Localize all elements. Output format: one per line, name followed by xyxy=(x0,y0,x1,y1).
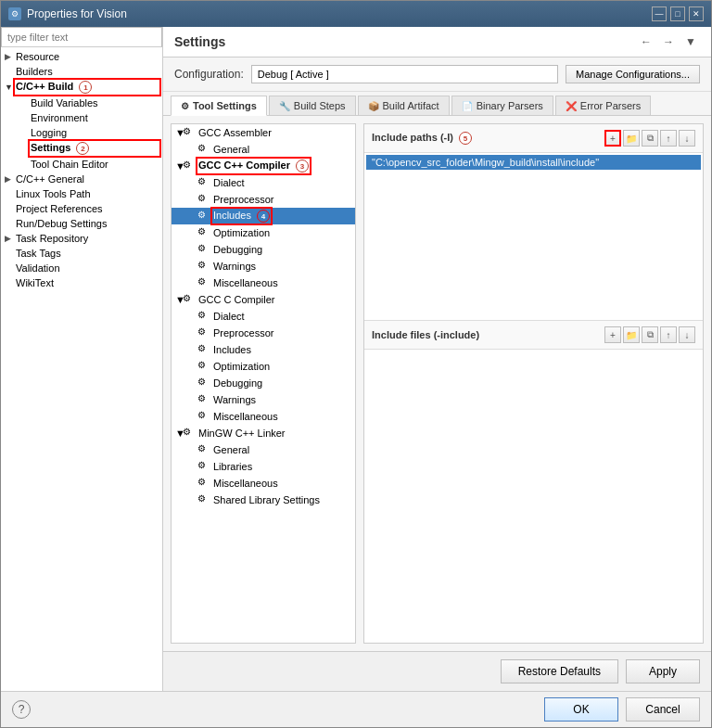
expand-indicator xyxy=(190,394,197,405)
settings-tree-misc[interactable]: ⚙ Miscellaneous xyxy=(172,275,355,291)
settings-tree-c-dialect[interactable]: ⚙ Dialect xyxy=(172,308,355,325)
dropdown-button[interactable]: ▼ xyxy=(681,32,700,51)
settings-tree-optimization[interactable]: ⚙ Optimization xyxy=(172,224,355,241)
manage-configs-button[interactable]: Manage Configurations... xyxy=(566,65,700,83)
settings-tree-c-optimization[interactable]: ⚙ Optimization xyxy=(172,358,355,375)
config-label: Configuration: xyxy=(174,68,244,81)
back-button[interactable]: ← xyxy=(637,32,655,51)
sidebar-item-logging[interactable]: Logging xyxy=(1,125,162,140)
cancel-button[interactable]: Cancel xyxy=(626,697,700,722)
settings-tree-libraries[interactable]: ⚙ Libraries xyxy=(172,458,355,475)
tab-binary-parsers[interactable]: 📄 Binary Parsers xyxy=(451,96,553,115)
sidebar-item-label: WikiText xyxy=(16,277,159,288)
settings-tree-gcc-cpp-compiler[interactable]: ▼ ⚙ GCC C++ Compiler 3 xyxy=(172,158,355,174)
expand-indicator xyxy=(190,144,197,155)
tab-build-artifact[interactable]: 📦 Build Artifact xyxy=(358,96,450,115)
gear-icon: ⚙ xyxy=(197,310,210,323)
sidebar-item-linux-tools[interactable]: Linux Tools Path xyxy=(1,186,162,201)
add-file-workspace-button[interactable]: 📁 xyxy=(623,326,640,343)
config-select[interactable]: Debug [ Active ] xyxy=(251,65,558,83)
expand-indicator xyxy=(190,277,197,288)
copy-button[interactable]: ⧉ xyxy=(642,130,658,147)
settings-tree-c-warnings[interactable]: ⚙ Warnings xyxy=(172,391,355,408)
sidebar-item-validation[interactable]: Validation xyxy=(1,261,162,275)
gear-icon: ⚙ xyxy=(183,126,196,139)
include-path-item[interactable]: "C:\opencv_src_folder\Mingw_build\instal… xyxy=(366,155,701,170)
settings-tree-debugging[interactable]: ⚙ Debugging xyxy=(172,241,355,258)
settings-tree-mingw-linker[interactable]: ▼ ⚙ MinGW C++ Linker xyxy=(172,425,355,441)
sidebar-item-run-debug[interactable]: Run/Debug Settings xyxy=(1,216,162,231)
ok-button[interactable]: OK xyxy=(544,697,618,722)
tab-error-parsers[interactable]: ❌ Error Parsers xyxy=(555,96,651,115)
gear-icon: ⚙ xyxy=(197,477,210,490)
help-button[interactable]: ? xyxy=(12,700,31,719)
settings-tree-linker-general[interactable]: ⚙ General xyxy=(172,441,355,458)
filter-input[interactable] xyxy=(1,27,162,47)
settings-tree-c-includes[interactable]: ⚙ Includes xyxy=(172,341,355,358)
sidebar-item-toolchain[interactable]: Tool Chain Editor xyxy=(1,157,162,172)
settings-tree-linker-misc[interactable]: ⚙ Miscellaneous xyxy=(172,475,355,492)
sidebar-item-task-tags[interactable]: Task Tags xyxy=(1,246,162,261)
add-include-file-button[interactable]: + xyxy=(604,326,621,343)
add-workspace-button[interactable]: 📁 xyxy=(623,130,640,147)
settings-tree-c-debugging[interactable]: ⚙ Debugging xyxy=(172,375,355,391)
sidebar-item-task-repo[interactable]: ▶ Task Repository xyxy=(1,231,162,246)
expand-indicator xyxy=(190,261,197,272)
include-paths-title: Include paths (-I) 5 xyxy=(372,132,472,145)
forward-button[interactable]: → xyxy=(659,32,678,51)
settings-tree-warnings[interactable]: ⚙ Warnings xyxy=(172,258,355,275)
settings-tree-c-preprocessor[interactable]: ⚙ Preprocessor xyxy=(172,325,355,341)
sidebar-item-builders[interactable]: Builders xyxy=(1,64,162,79)
build-steps-icon: 🔧 xyxy=(279,101,290,111)
settings-tree-asm-general[interactable]: ⚙ General xyxy=(172,141,355,158)
minimize-button[interactable]: — xyxy=(652,6,667,21)
settings-tree-label: Miscellaneous xyxy=(213,277,278,288)
sidebar-item-resource[interactable]: ▶ Resource xyxy=(1,49,162,64)
expand-indicator xyxy=(190,361,197,372)
sidebar-item-build-vars[interactable]: Build Variables xyxy=(1,96,162,110)
settings-tree-label: General xyxy=(213,144,249,155)
sidebar-item-project-refs[interactable]: Project References xyxy=(1,201,162,216)
sidebar-item-label: Project References xyxy=(16,203,159,214)
settings-tree-includes[interactable]: ⚙ Includes 4 xyxy=(172,208,355,224)
settings-tree-preprocessor[interactable]: ⚙ Preprocessor xyxy=(172,191,355,208)
move-down-button[interactable]: ↓ xyxy=(679,130,695,147)
window-icon: ⚙ xyxy=(8,7,21,20)
move-up-button[interactable]: ↑ xyxy=(660,130,677,147)
sidebar-item-cpp-build[interactable]: ▼ C/C++ Build 1 xyxy=(1,79,162,96)
gear-icon: ⚙ xyxy=(197,493,210,506)
sidebar-tree: ▶ Resource Builders ▼ C/C++ Build 1 Buil… xyxy=(1,47,162,691)
settings-tree-shared-lib[interactable]: ⚙ Shared Library Settings xyxy=(172,492,355,508)
expand-indicator xyxy=(190,377,197,389)
restore-defaults-button[interactable]: Restore Defaults xyxy=(501,659,618,683)
tab-tool-settings[interactable]: ⚙ Tool Settings xyxy=(171,96,267,116)
settings-tree-label: Warnings xyxy=(213,261,256,272)
sidebar-item-wikitext[interactable]: WikiText xyxy=(1,275,162,290)
tool-settings-icon: ⚙ xyxy=(181,101,189,111)
sidebar-item-cpp-general[interactable]: ▶ C/C++ General xyxy=(1,172,162,186)
settings-tree-label: Libraries xyxy=(213,461,252,472)
expand-indicator xyxy=(190,311,197,322)
settings-tree-dialect[interactable]: ⚙ Dialect xyxy=(172,174,355,191)
copy-file-button[interactable]: ⧉ xyxy=(642,326,658,343)
move-file-down-button[interactable]: ↓ xyxy=(679,326,695,343)
apply-button[interactable]: Apply xyxy=(626,659,700,683)
settings-tree-c-misc[interactable]: ⚙ Miscellaneous xyxy=(172,408,355,425)
annotation-badge-5: 5 xyxy=(459,132,472,145)
sidebar-item-environment[interactable]: Environment xyxy=(1,110,162,125)
settings-tree-label: Dialect xyxy=(213,177,245,188)
sidebar-item-settings[interactable]: Settings 2 xyxy=(1,140,162,157)
sidebar-item-label: Resource xyxy=(16,51,159,62)
expand-indicator xyxy=(190,344,197,355)
tab-tool-settings-label: Tool Settings xyxy=(193,100,257,111)
settings-tree-label: Miscellaneous xyxy=(213,411,278,422)
settings-tree-gcc-c-compiler[interactable]: ▼ ⚙ GCC C Compiler xyxy=(172,291,355,308)
close-button[interactable]: ✕ xyxy=(689,6,704,21)
sidebar-item-label: Tool Chain Editor xyxy=(31,159,159,170)
add-include-path-button[interactable]: + xyxy=(604,130,621,147)
maximize-button[interactable]: □ xyxy=(670,6,685,21)
move-file-up-button[interactable]: ↑ xyxy=(660,326,677,343)
settings-tree-gcc-assembler[interactable]: ▼ ⚙ GCC Assembler xyxy=(172,124,355,141)
annotation-badge-1: 1 xyxy=(79,81,92,94)
tab-build-steps[interactable]: 🔧 Build Steps xyxy=(269,96,356,115)
